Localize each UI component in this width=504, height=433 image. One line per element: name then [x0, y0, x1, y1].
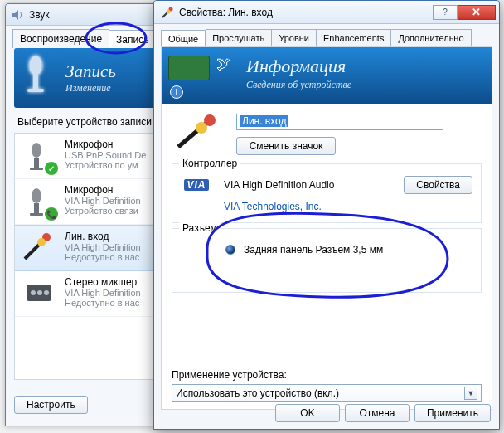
dove-icon: 🕊 — [216, 56, 231, 73]
properties-title: Свойства: Лин. вход — [179, 7, 428, 18]
chevron-down-icon[interactable]: ▼ — [464, 387, 477, 400]
banner-subtitle: Изменение — [65, 82, 116, 95]
device-driver: VIA High Definition — [65, 288, 141, 298]
svg-point-0 — [29, 56, 42, 75]
device-name: Микрофон — [65, 139, 146, 150]
controller-properties-button[interactable]: Свойства — [404, 176, 472, 194]
help-button[interactable]: ? — [433, 5, 458, 20]
sound-card-icon — [168, 56, 210, 80]
info-banner-subtitle: Сведения об устройстве — [246, 79, 482, 91]
sound-title: Звук — [29, 9, 50, 21]
properties-titlebar[interactable]: Свойства: Лин. вход ? ✕ — [154, 1, 499, 24]
jack-legend: Разъем — [179, 222, 220, 234]
jack-color-icon — [225, 245, 235, 255]
apply-button[interactable]: Применить — [414, 404, 491, 422]
svg-rect-1 — [33, 75, 38, 89]
tab-advanced[interactable]: Дополнительно — [391, 29, 471, 46]
microphone-icon: ✓ — [22, 139, 56, 173]
device-status: Устройство по ум — [65, 160, 146, 170]
svg-rect-8 — [30, 213, 43, 216]
device-driver: USB PnP Sound De — [65, 150, 146, 160]
mixer-icon — [22, 276, 56, 311]
manufacturer-link[interactable]: VIA Technologies, Inc. — [224, 201, 322, 212]
line-in-icon — [161, 6, 174, 19]
svg-rect-5 — [30, 168, 43, 170]
device-status: Недоступно в нас — [65, 298, 141, 308]
change-icon-button[interactable]: Сменить значок — [236, 137, 336, 155]
jack-group: Разъем Задняя панель Разъем 3,5 мм — [172, 228, 482, 293]
device-driver: VIA High Definition — [65, 196, 141, 206]
configure-button[interactable]: Настроить — [14, 396, 88, 414]
controller-legend: Контроллер — [179, 158, 240, 169]
general-panel: i 🕊 Информация Сведения об устройстве Ли… — [161, 46, 492, 410]
info-badge-icon: i — [170, 85, 183, 99]
usage-select[interactable]: Использовать это устройство (вкл.) ▼ — [172, 384, 482, 402]
svg-point-6 — [32, 188, 41, 203]
tab-enhancements[interactable]: Enhancements — [317, 29, 391, 46]
svg-point-3 — [32, 143, 41, 158]
device-name-input[interactable]: Лин. вход — [236, 114, 443, 130]
usage-value: Использовать это устройство (вкл.) — [176, 387, 339, 399]
device-name: Микрофон — [65, 184, 141, 196]
device-status: Устройство связи — [65, 206, 141, 216]
controller-name: VIA High Definition Audio — [224, 179, 392, 191]
info-banner: i 🕊 Информация Сведения об устройстве — [162, 47, 492, 104]
info-banner-title: Информация — [246, 56, 346, 76]
tab-record[interactable]: Запись — [109, 30, 156, 49]
ok-button[interactable]: OK — [275, 404, 340, 422]
device-status: Недоступно в нас — [65, 252, 141, 262]
status-default-icon: ✓ — [45, 162, 58, 175]
device-name: Стерео микшер — [65, 276, 141, 288]
controller-group: Контроллер VIA VIA High Definition Audio… — [172, 163, 482, 223]
tab-levels[interactable]: Уровни — [272, 29, 317, 46]
properties-tabs: Общие Прослушать Уровни Enhancements Доп… — [154, 24, 499, 46]
tab-playback[interactable]: Воспроизведение — [12, 29, 109, 48]
svg-point-10 — [37, 238, 46, 246]
tab-general[interactable]: Общие — [161, 30, 206, 47]
cancel-button[interactable]: Отмена — [345, 404, 410, 422]
svg-rect-4 — [34, 158, 39, 168]
properties-window: Свойства: Лин. вход ? ✕ Общие Прослушать… — [153, 0, 500, 430]
svg-point-14 — [44, 290, 49, 295]
usage-label: Применение устройства: — [172, 369, 482, 381]
device-driver: VIA High Definition — [65, 242, 141, 252]
close-button[interactable]: ✕ — [458, 5, 496, 20]
via-logo-icon: VIA — [181, 176, 212, 194]
status-connected-icon: 📞 — [45, 207, 58, 221]
microphone-icon: 📞 — [22, 184, 56, 219]
svg-rect-7 — [34, 203, 39, 213]
tab-listen[interactable]: Прослушать — [206, 29, 272, 46]
banner-title: Запись — [65, 61, 116, 81]
line-in-large-icon — [173, 114, 225, 152]
svg-point-13 — [37, 290, 42, 295]
speaker-icon — [11, 8, 24, 22]
line-in-icon — [22, 231, 56, 265]
properties-button-row: OK Отмена Применить — [275, 404, 491, 422]
svg-point-12 — [31, 290, 36, 295]
jack-location: Задняя панель Разъем 3,5 мм — [244, 244, 383, 255]
svg-rect-2 — [27, 89, 44, 92]
svg-point-18 — [196, 122, 207, 134]
svg-point-16 — [167, 9, 171, 13]
microphone-icon — [22, 54, 56, 103]
device-name: Лин. вход — [65, 231, 141, 242]
